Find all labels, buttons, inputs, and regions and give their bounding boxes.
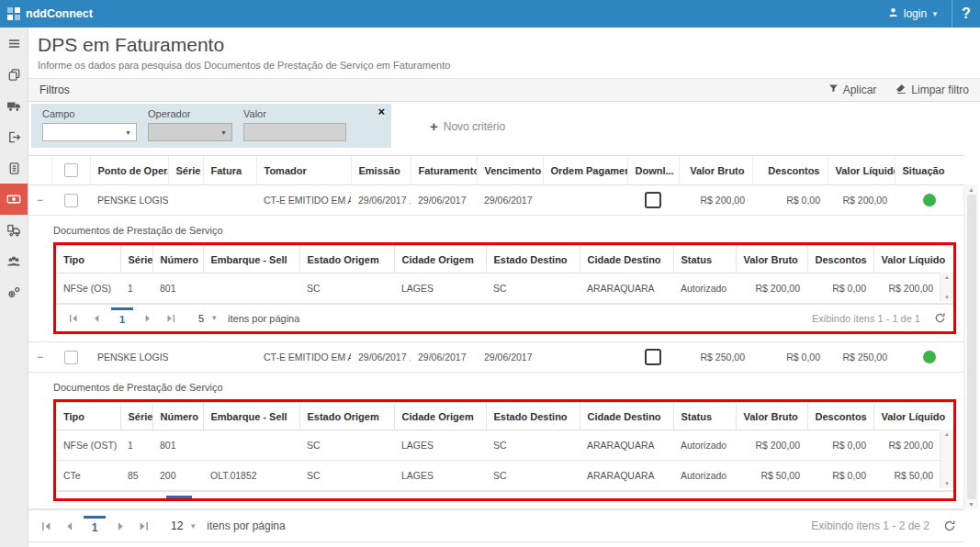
sidebar-item-users[interactable] xyxy=(0,246,28,277)
table-row[interactable]: − PENSKE LOGISTI... CT-E EMITIDO EM AM..… xyxy=(28,342,963,373)
ncol-cidade-origem[interactable]: Cidade Origem xyxy=(394,246,486,274)
ncol-status[interactable]: Status xyxy=(673,403,736,430)
ncol-descontos[interactable]: Descontos xyxy=(807,403,873,430)
refresh-button[interactable] xyxy=(934,312,946,324)
col-download[interactable]: Downl... xyxy=(627,156,679,185)
ncol-status[interactable]: Status xyxy=(673,246,736,274)
page-number-button[interactable]: 1 xyxy=(111,307,133,329)
ncol-estado-destino[interactable]: Estado Destino xyxy=(486,246,580,274)
ncol-cidade-origem[interactable]: Cidade Origem xyxy=(394,403,486,430)
sidebar-item-report[interactable] xyxy=(0,152,28,184)
apply-filter-button[interactable]: Aplicar xyxy=(828,84,877,96)
page-size-select[interactable]: 12 ▼ xyxy=(171,519,197,532)
clear-filter-button[interactable]: Limpar filtro xyxy=(895,83,969,97)
sidebar-item-billing[interactable] xyxy=(0,184,28,215)
page-title: DPS em Faturamento xyxy=(38,34,980,56)
scroll-down-icon[interactable]: ▼ xyxy=(944,293,950,302)
scroll-down-icon[interactable]: ▼ xyxy=(968,501,974,508)
ncol-tipo[interactable]: Tipo xyxy=(56,403,120,430)
cell-tomador: CT-E EMITIDO EM AM... xyxy=(256,185,351,216)
col-valor-bruto[interactable]: Valor Bruto xyxy=(679,156,752,185)
nested-row[interactable]: NFSe (OS) 1 801 SC LAGES SC ARA xyxy=(56,274,953,304)
first-page-button[interactable] xyxy=(36,516,56,536)
col-serie[interactable]: Série xyxy=(168,156,203,185)
prev-page-button[interactable] xyxy=(59,516,79,536)
refresh-button[interactable] xyxy=(943,519,956,532)
sidebar-item-transport[interactable] xyxy=(0,90,28,121)
nested-row[interactable]: NFSe (OST) 1 801 SC LAGES SC AR xyxy=(56,430,953,461)
ncol-serie[interactable]: Série xyxy=(120,246,152,274)
col-vencimento[interactable]: Vencimento↓ xyxy=(477,156,543,185)
scroll-up-icon[interactable]: ▲ xyxy=(968,186,974,193)
funnel-icon xyxy=(828,84,839,96)
sidebar-item-documents[interactable] xyxy=(0,59,28,90)
sidebar-item-export[interactable] xyxy=(0,121,28,152)
nested-row[interactable]: CTe 85 200 OLT.01852 SC LAGES SC xyxy=(56,461,953,491)
sidebar-toggle[interactable] xyxy=(0,28,28,59)
ncol-valor-liquido[interactable]: Valor Líquido xyxy=(873,403,953,430)
brand-logo[interactable]: nddConnect xyxy=(7,7,93,20)
page-size-select[interactable]: 5 ▼ xyxy=(198,313,218,324)
ncol-valor-bruto[interactable]: Valor Bruto xyxy=(736,246,807,274)
nested-scrollbar[interactable]: ▲ ▼ xyxy=(940,273,953,302)
first-page-button[interactable] xyxy=(63,308,84,329)
sidebar-item-fleet[interactable] xyxy=(0,215,28,246)
detail-row: Documentos de Prestação de Serviço xyxy=(28,216,963,342)
next-page-button[interactable] xyxy=(138,308,158,329)
ncol-estado-origem[interactable]: Estado Origem xyxy=(299,246,394,274)
download-checkbox[interactable] xyxy=(645,349,661,365)
download-checkbox[interactable] xyxy=(645,192,661,208)
collapse-row-button[interactable]: − xyxy=(37,194,43,207)
row-checkbox[interactable] xyxy=(64,194,78,207)
col-ponto[interactable]: Ponto de Oper... xyxy=(90,156,168,185)
remove-criterion-button[interactable]: × xyxy=(377,106,385,117)
valor-input[interactable] xyxy=(243,123,346,141)
login-menu-button[interactable]: login ▼ xyxy=(874,0,952,28)
topbar: nddConnect login ▼ ? xyxy=(0,0,980,28)
ncol-tipo[interactable]: Tipo xyxy=(56,246,120,274)
ncol-cidade-destino[interactable]: Cidade Destino xyxy=(580,403,673,430)
ncol-valor-liquido[interactable]: Valor Líquido xyxy=(873,246,953,274)
nested-scrollbar[interactable]: ▲ ▼ xyxy=(940,430,953,488)
ncol-numero[interactable]: Número xyxy=(152,403,203,430)
col-emissao[interactable]: Emissão xyxy=(351,156,411,185)
table-row[interactable]: − PENSKE LOGISTI... CT-E EMITIDO EM AM..… xyxy=(28,185,963,216)
scrollbar-thumb[interactable] xyxy=(967,195,976,499)
ncol-descontos[interactable]: Descontos xyxy=(807,246,873,274)
col-ordem-pagamento[interactable]: Ordem Pagamento xyxy=(543,156,627,185)
ncol-embarque[interactable]: Embarque - Sell xyxy=(203,403,299,430)
scroll-up-icon[interactable]: ▲ xyxy=(944,273,950,282)
col-faturamento[interactable]: Faturamento xyxy=(411,156,477,185)
col-situacao[interactable]: Situação xyxy=(895,156,963,185)
ncol-serie[interactable]: Série xyxy=(120,403,152,430)
select-all-checkbox[interactable] xyxy=(64,163,78,177)
ncol-valor-bruto[interactable]: Valor Bruto xyxy=(736,403,807,430)
col-descontos[interactable]: Descontos xyxy=(752,156,828,185)
last-page-button[interactable] xyxy=(133,516,153,536)
col-valor-liquido[interactable]: Valor Líquido xyxy=(828,156,895,185)
ncol-estado-origem[interactable]: Estado Origem xyxy=(299,403,394,430)
ncol-estado-destino[interactable]: Estado Destino xyxy=(486,403,580,430)
row-checkbox[interactable] xyxy=(64,351,78,364)
cell-serie xyxy=(168,185,203,216)
help-button[interactable]: ? xyxy=(952,0,980,28)
col-fatura[interactable]: Fatura xyxy=(203,156,256,185)
nested-header-row: Tipo Série Número Embarque - Sell Estado… xyxy=(56,403,953,430)
scroll-up-icon[interactable]: ▲ xyxy=(944,430,950,439)
collapse-row-button[interactable]: − xyxy=(37,351,43,363)
campo-select[interactable]: ▼ xyxy=(42,123,137,141)
ncol-cidade-destino[interactable]: Cidade Destino xyxy=(580,246,673,274)
highlight-annotation: Tipo Série Número Embarque - Sell Estado… xyxy=(53,242,956,334)
operador-select[interactable]: ▼ xyxy=(148,123,232,141)
scroll-down-icon[interactable]: ▼ xyxy=(944,479,950,488)
new-criteria-button[interactable]: + Novo critério xyxy=(430,118,505,134)
next-page-button[interactable] xyxy=(110,516,130,536)
sidebar-item-settings[interactable] xyxy=(0,277,28,308)
last-page-button[interactable] xyxy=(161,308,181,329)
ncol-embarque[interactable]: Embarque - Sell xyxy=(203,246,299,274)
ncol-numero[interactable]: Número xyxy=(152,246,203,274)
prev-page-button[interactable] xyxy=(86,308,107,329)
col-tomador[interactable]: Tomador xyxy=(256,156,351,185)
page-number-button[interactable]: 1 xyxy=(84,516,106,537)
main-scrollbar[interactable]: ▲ ▼ xyxy=(963,184,978,509)
